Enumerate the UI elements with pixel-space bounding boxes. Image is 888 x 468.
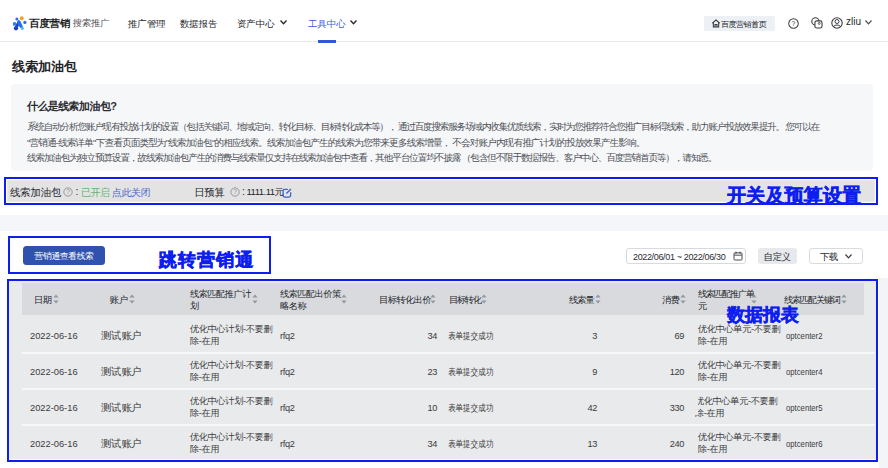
svg-text:?: ? <box>66 188 70 195</box>
svg-text:?: ? <box>233 188 237 195</box>
svg-text:?: ? <box>792 20 796 27</box>
